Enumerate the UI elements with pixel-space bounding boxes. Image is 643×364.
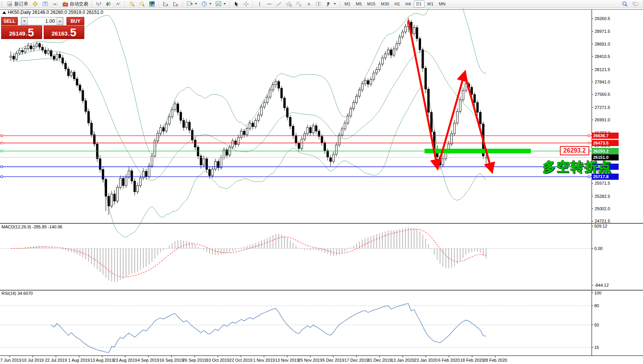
bollinger-middle <box>14 50 486 180</box>
tab-timeframe-m5[interactable]: M5 <box>353 0 364 8</box>
new-order-button[interactable]: 新订单 <box>5 0 30 8</box>
macd-pane: 509.120.00-844.12 <box>0 224 609 287</box>
tab-timeframe-h4[interactable]: H4 <box>403 0 413 8</box>
dropdown-caret-icon <box>334 3 336 5</box>
volume-input[interactable] <box>28 17 56 25</box>
tab-timeframe-w1[interactable]: W1 <box>425 0 437 8</box>
svg-text:28121.5: 28121.5 <box>595 67 610 72</box>
svg-text:13 Jan 2020: 13 Jan 2020 <box>391 358 414 362</box>
separator <box>92 1 92 7</box>
buy-price[interactable]: 26163.5 <box>44 26 85 39</box>
separator <box>182 1 183 7</box>
periods-button[interactable] <box>199 0 213 8</box>
text-label-icon: T <box>316 1 322 7</box>
svg-text:28691.0: 28691.0 <box>595 42 610 46</box>
bollinger-lower <box>14 59 486 237</box>
current-price: 26151.0 <box>0 154 619 160</box>
svg-text:10 Jul 2019: 10 Jul 2019 <box>22 358 44 362</box>
macd-signal-line <box>11 229 486 277</box>
svg-text:1 Aug 2019: 1 Aug 2019 <box>68 358 90 362</box>
chart-shift-button[interactable] <box>171 0 181 8</box>
svg-text:27 Jun 2019: 27 Jun 2019 <box>0 358 21 362</box>
chart-area[interactable]: 29260.528971.528691.028410.528121.527841… <box>0 0 643 364</box>
text-label-button[interactable]: T <box>314 0 324 8</box>
svg-text:T: T <box>317 2 320 6</box>
svg-text:4 Sep 2019: 4 Sep 2019 <box>138 358 159 362</box>
separator <box>339 1 340 7</box>
line-chart-button[interactable] <box>113 0 123 8</box>
community-icon <box>632 1 639 7</box>
tab-timeframe-h1[interactable]: H1 <box>392 0 403 8</box>
zoom-in-button[interactable] <box>127 0 137 8</box>
svg-text:24721.5: 24721.5 <box>595 219 610 223</box>
zoom-out-icon <box>139 1 145 7</box>
support-band[interactable] <box>425 149 531 153</box>
volume-decrease-button[interactable] <box>21 17 28 25</box>
rsi-pane: 100805015 <box>0 291 601 352</box>
volume-stepper[interactable] <box>21 17 63 25</box>
toolbar-grip[interactable] <box>1 1 4 7</box>
svg-text:22 Oct 2019: 22 Oct 2019 <box>229 358 252 362</box>
horizontal-line-button[interactable] <box>264 0 274 8</box>
arrows-button[interactable] <box>324 0 338 8</box>
search-button[interactable] <box>620 0 630 8</box>
indicators-button[interactable] <box>185 0 199 8</box>
buy-price-frac: 5 <box>70 27 76 38</box>
community-button[interactable] <box>630 0 641 8</box>
market-watch-icon <box>42 1 48 7</box>
tab-timeframe-m15[interactable]: M15 <box>365 0 378 8</box>
svg-text:28 Feb 2020: 28 Feb 2020 <box>483 358 507 362</box>
bar-chart-icon <box>96 1 102 7</box>
svg-text:F: F <box>300 4 301 7</box>
profiles-button[interactable] <box>30 0 40 8</box>
pane-frames <box>0 9 643 356</box>
svg-text:5 Dec 2019: 5 Dec 2019 <box>322 358 344 362</box>
collapse-arrow-icon[interactable] <box>2 11 6 14</box>
candles-layer <box>10 18 487 215</box>
decimal-dot: . <box>26 29 27 38</box>
bar-chart-button[interactable] <box>94 0 104 8</box>
fibonacci-button[interactable]: F <box>294 0 304 8</box>
turning-point-text[interactable]: 多空转折点 <box>543 158 612 176</box>
tile-windows-button[interactable] <box>147 0 157 8</box>
svg-text:18 Feb 2020: 18 Feb 2020 <box>460 358 484 362</box>
sell-button[interactable]: SELL <box>1 17 18 25</box>
templates-button[interactable] <box>213 0 228 8</box>
tab-timeframe-m30[interactable]: M30 <box>378 0 392 8</box>
dropdown-caret-icon <box>223 3 226 5</box>
arrows-icon <box>326 1 332 7</box>
crosshair-icon <box>243 1 249 7</box>
volume-increase-button[interactable] <box>56 17 63 25</box>
svg-text:29260.5: 29260.5 <box>595 16 610 21</box>
candlestick-button[interactable] <box>104 0 113 8</box>
zoom-out-button[interactable] <box>137 0 147 8</box>
tab-timeframe-d1[interactable]: D1 <box>414 0 425 8</box>
vertical-line-button[interactable] <box>255 0 264 8</box>
svg-text:25002.0: 25002.0 <box>595 206 610 211</box>
market-watch-button[interactable] <box>40 0 50 8</box>
svg-text:13 Nov 2019: 13 Nov 2019 <box>275 358 299 362</box>
separator <box>229 1 230 7</box>
price-flag-label[interactable]: 26293.2 <box>560 146 589 155</box>
buy-button[interactable]: BUY <box>67 17 84 25</box>
trendline-button[interactable] <box>274 0 284 8</box>
data-window-button[interactable] <box>50 0 60 8</box>
text-button[interactable]: A <box>304 0 314 8</box>
channel-button[interactable]: E <box>284 0 294 8</box>
tab-timeframe-m1[interactable]: M1 <box>342 0 353 8</box>
separator <box>125 1 125 7</box>
buy-price-int: 26163 <box>51 29 68 38</box>
crosshair-button[interactable] <box>241 0 251 8</box>
tab-timeframe-mn[interactable]: MN <box>436 0 448 8</box>
sell-price[interactable]: 26149.5 <box>1 26 42 39</box>
autotrade-button[interactable]: 自动交易 <box>60 0 90 8</box>
one-click-trading-panel[interactable]: SELL BUY 26149.5 26163.5 <box>1 17 84 39</box>
templates-icon <box>215 1 222 7</box>
price-chart[interactable]: 29260.528971.528691.028410.528121.527841… <box>0 0 643 364</box>
auto-scroll-button[interactable] <box>161 0 171 8</box>
svg-text:509.12: 509.12 <box>594 224 607 228</box>
cursor-button[interactable] <box>232 0 241 8</box>
svg-text:50: 50 <box>594 323 599 327</box>
svg-text:25 Nov 2019: 25 Nov 2019 <box>298 358 322 362</box>
svg-text:28971.5: 28971.5 <box>595 29 610 34</box>
